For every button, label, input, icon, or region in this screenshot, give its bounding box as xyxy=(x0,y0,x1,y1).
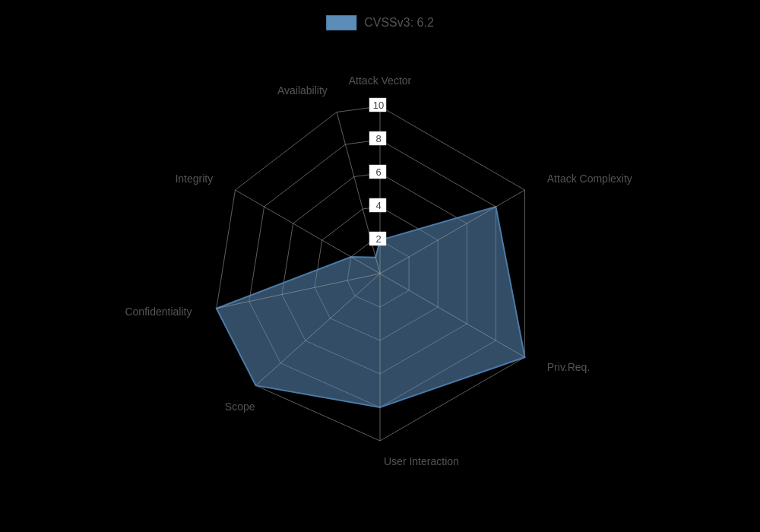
svg-text:2: 2 xyxy=(375,233,381,245)
svg-line-12 xyxy=(235,190,380,274)
svg-text:User Interaction: User Interaction xyxy=(384,455,459,467)
svg-text:Scope: Scope xyxy=(225,401,255,413)
svg-text:8: 8 xyxy=(375,133,381,144)
svg-text:Priv.Req.: Priv.Req. xyxy=(547,361,591,373)
svg-text:6: 6 xyxy=(375,166,381,178)
svg-text:Confidentiality: Confidentiality xyxy=(125,306,192,318)
radar-chart-svg: 246810 Attack VectorAttack ComplexityPri… xyxy=(0,0,760,532)
svg-text:Availability: Availability xyxy=(277,84,328,97)
svg-text:Attack Vector: Attack Vector xyxy=(349,74,412,87)
svg-text:Attack Complexity: Attack Complexity xyxy=(547,173,632,185)
svg-text:Integrity: Integrity xyxy=(175,173,213,185)
svg-text:4: 4 xyxy=(375,200,381,211)
svg-text:10: 10 xyxy=(373,100,384,111)
chart-container: CVSSv3: 6.2 246810 Attack VectorAttack C… xyxy=(0,0,760,532)
